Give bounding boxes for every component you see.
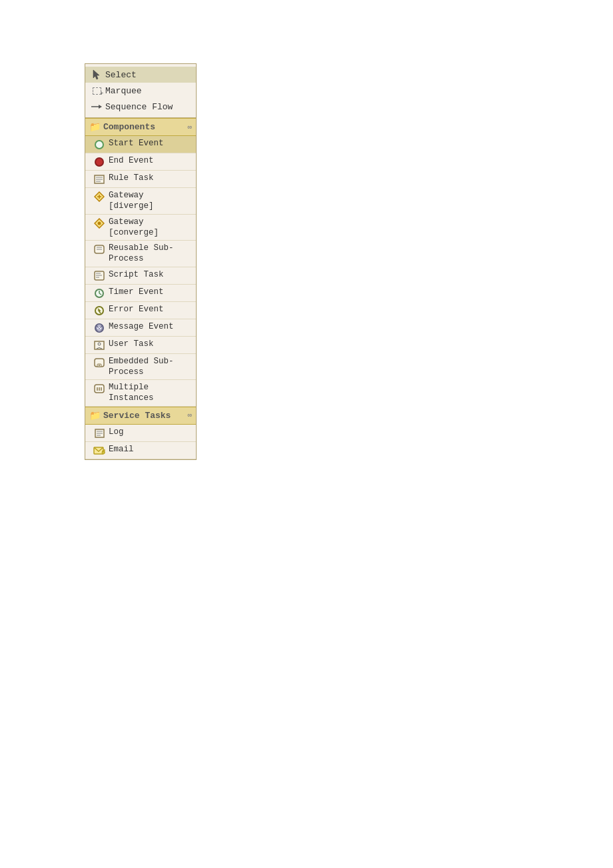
service-tasks-folder-icon: 📁 <box>89 410 101 421</box>
rule-task-item[interactable]: Rule Task <box>85 171 196 188</box>
message-event-icon <box>93 322 105 334</box>
error-event-label: Error Event <box>109 304 164 315</box>
script-task-item[interactable]: Script Task <box>85 267 196 285</box>
log-label: Log <box>109 427 124 437</box>
end-event-icon <box>93 156 105 168</box>
user-task-label: User Task <box>109 339 154 349</box>
script-task-label: Script Task <box>109 269 164 280</box>
message-event-label: Message Event <box>109 321 174 332</box>
user-task-item[interactable]: User Task <box>85 337 196 354</box>
svg-point-11 <box>98 221 101 225</box>
svg-point-40 <box>102 451 105 454</box>
log-item[interactable]: Log <box>85 425 196 442</box>
start-event-item[interactable]: Start Event <box>85 136 196 153</box>
end-event-label: End Event <box>109 155 154 166</box>
gateway-diverge-item[interactable]: Gateway [diverge] <box>85 188 196 215</box>
rule-task-label: Rule Task <box>109 173 154 183</box>
timer-event-label: Timer Event <box>109 287 164 297</box>
marquee-icon <box>91 85 103 97</box>
end-event-item[interactable]: End Event <box>85 153 196 171</box>
gateway-converge-icon <box>93 217 105 229</box>
components-section-header[interactable]: 📁 Components ∞ <box>85 118 196 136</box>
embedded-subprocess-label: Embedded Sub-Process <box>109 356 191 378</box>
email-label: Email <box>109 444 134 455</box>
script-task-icon <box>93 270 105 282</box>
sequence-flow-tool[interactable]: Sequence Flow <box>85 99 196 115</box>
user-task-icon <box>93 339 105 351</box>
gateway-converge-label: Gateway [converge] <box>109 217 191 239</box>
toolbar-section: Select Marquee Sequence Flow <box>85 64 196 118</box>
marquee-tool[interactable]: Marquee <box>85 83 196 99</box>
reusable-subprocess-label: Reusable Sub-Process <box>109 243 191 265</box>
email-icon <box>93 445 105 457</box>
timer-event-item[interactable]: Timer Event <box>85 285 196 302</box>
marquee-label: Marquee <box>105 86 142 96</box>
multiple-instances-icon <box>93 383 105 395</box>
start-event-label: Start Event <box>109 138 164 149</box>
log-icon <box>93 427 105 439</box>
embedded-subprocess-icon <box>93 357 105 369</box>
embedded-subprocess-item[interactable]: Embedded Sub-Process <box>85 354 196 381</box>
components-folder-icon: 📁 <box>89 121 101 133</box>
reusable-subprocess-icon <box>93 243 105 255</box>
multiple-instances-item[interactable]: Multiple Instances <box>85 380 196 407</box>
service-tasks-collapse-icon[interactable]: ∞ <box>187 411 192 419</box>
select-tool[interactable]: Select <box>85 67 196 83</box>
rule-task-icon <box>93 173 105 185</box>
select-label: Select <box>105 70 137 80</box>
error-event-item[interactable]: Error Event <box>85 302 196 319</box>
components-label: Components <box>103 122 187 132</box>
gateway-diverge-label: Gateway [diverge] <box>109 190 191 212</box>
sequence-flow-icon <box>91 101 103 113</box>
service-tasks-label: Service Tasks <box>103 411 187 421</box>
service-tasks-content: Log Email <box>85 425 196 459</box>
gateway-diverge-icon <box>93 191 105 203</box>
multiple-instances-label: Multiple Instances <box>109 382 191 404</box>
sequence-flow-label: Sequence Flow <box>105 102 173 112</box>
error-event-icon <box>93 305 105 317</box>
gateway-converge-item[interactable]: Gateway [converge] <box>85 215 196 241</box>
message-event-item[interactable]: Message Event <box>85 319 196 337</box>
svg-marker-2 <box>99 105 102 109</box>
service-tasks-section-header[interactable]: 📁 Service Tasks ∞ <box>85 407 196 425</box>
email-item[interactable]: Email <box>85 442 196 459</box>
components-collapse-icon[interactable]: ∞ <box>187 123 192 131</box>
components-content: Start Event End Event Rule Task <box>85 136 196 407</box>
timer-event-icon <box>93 287 105 299</box>
panel: Select Marquee Sequence Flow 📁 Component… <box>85 63 197 460</box>
reusable-subprocess-item[interactable]: Reusable Sub-Process <box>85 241 196 267</box>
start-event-icon <box>93 139 105 151</box>
cursor-icon <box>91 69 103 81</box>
svg-marker-0 <box>93 70 99 79</box>
